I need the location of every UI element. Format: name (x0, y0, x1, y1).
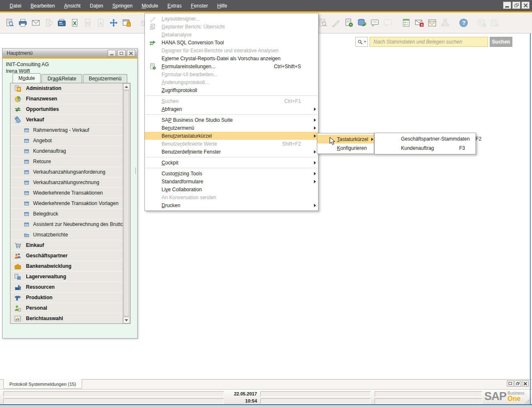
tab-benutzermen-[interactable]: Benutzermenü (83, 74, 127, 83)
menu-item[interactable]: Live Collaboration (145, 185, 318, 193)
scroll-up-button[interactable] (123, 83, 130, 90)
menu-item[interactable]: Benutzermenü (145, 124, 318, 132)
menu-item-shortcut: F3 (459, 145, 465, 151)
send-fax-button[interactable] (56, 17, 67, 28)
sap-mailbox-button[interactable] (414, 17, 425, 28)
module-subitem[interactable]: Umsatzberichte (10, 230, 123, 240)
menubar-item-daten[interactable]: Daten (85, 0, 108, 11)
menubar-item-module[interactable]: Module (137, 0, 163, 11)
module-item[interactable]: Geschäftspartner (10, 251, 123, 261)
module-item[interactable]: Einkauf (10, 240, 123, 251)
module-subitem[interactable]: Rahmenvertrag - Verkauf (10, 125, 123, 136)
search-button[interactable]: Suchen (490, 37, 512, 47)
close-button[interactable] (522, 2, 529, 9)
global-search-input[interactable] (370, 37, 488, 47)
module-item[interactable]: Administration (10, 83, 123, 94)
help-button[interactable] (458, 17, 469, 28)
menu-item[interactable]: Drucken (145, 201, 318, 209)
module-subitem[interactable]: Assistent zur Neuberechnung des Bruttoge… (10, 219, 123, 230)
maximize-button[interactable] (507, 380, 514, 387)
menu-item[interactable]: HANA SQL Conversion Tool (145, 38, 318, 46)
menu-item[interactable]: Abfragen (145, 105, 318, 113)
menubar-item-springen[interactable]: Springen (108, 0, 137, 11)
extras-menu: Layoutdesigner...Geplanter Bericht: Über… (144, 13, 319, 211)
export-excel-button[interactable] (69, 17, 80, 28)
scroll-down-button[interactable] (123, 317, 130, 323)
module-item[interactable]: Ressourcen (10, 282, 123, 293)
module-subitem[interactable]: Retoure (10, 157, 123, 167)
launch-application-button[interactable] (108, 17, 119, 28)
scheduled-tasks-button[interactable] (401, 17, 412, 28)
module-item[interactable]: Berichtauswahl (10, 313, 123, 323)
send-email-icon (31, 18, 40, 27)
module-subitem[interactable]: Wiederkehrende Transaktionen (10, 188, 123, 198)
menu-item[interactable]: Benutzerdefinierte Fenster (145, 148, 318, 156)
module-subitem[interactable]: Verkaufsanzahlungsanforderung (10, 167, 123, 177)
lock-screen-button[interactable] (121, 17, 132, 28)
system-messages-log-tab[interactable]: Protokoll Systemmeldungen (15) (3, 379, 82, 389)
menu-item[interactable]: Standardformulare (145, 177, 318, 185)
hauptmenu-window: Hauptmenü INIT-Consulting AG Irena Wölfl… (2, 48, 138, 339)
menu-item[interactable]: Konfigurieren (317, 144, 374, 152)
menu-item-label: Benutzerdefinierte Fenster (162, 149, 311, 155)
module-subitem[interactable]: Kundenauftrag (10, 146, 123, 157)
module-item[interactable]: Personal (10, 303, 123, 313)
module-subitem[interactable]: Verkaufsanzahlungsrechnung (10, 177, 123, 188)
query-manager-button[interactable] (356, 17, 368, 28)
print-button[interactable] (17, 17, 28, 28)
menu-item-label: Änderungsprotokoll... (162, 80, 311, 85)
menu-item[interactable]: Formulareinstellungen...Ctrl+Shift+S (145, 62, 318, 70)
calendar-button[interactable] (427, 17, 438, 28)
menu-item[interactable]: Geschäftspartner-StammdatenF2 (375, 134, 475, 144)
close-button[interactable] (127, 50, 135, 56)
messages-overview-button[interactable] (369, 17, 380, 28)
tab-drag-relate[interactable]: Drag&Relate (41, 74, 82, 83)
menu-item[interactable]: SAP Business One Studio Suite (145, 116, 318, 124)
print-preview-button[interactable] (4, 17, 15, 28)
item-label: Geschäftspartner (26, 253, 67, 259)
menubar-item-fenster[interactable]: Fenster (186, 0, 213, 11)
scrollbar-thumb[interactable] (123, 90, 129, 316)
menubar-item-ansicht[interactable]: Ansicht (59, 0, 85, 11)
menu-item[interactable]: Externe Crystal-Reports-Datei als Vorsch… (145, 54, 318, 62)
submenu-arrow-icon (311, 126, 316, 130)
module-subitem[interactable]: Angebot (10, 136, 123, 146)
minimize-button[interactable] (503, 2, 511, 9)
module-item[interactable]: Lagerverwaltung (10, 272, 123, 282)
sap-mailbox-icon (415, 18, 424, 27)
menubar-item-datei[interactable]: Datei (5, 0, 26, 11)
tab-module[interactable]: Module (13, 73, 41, 83)
module-subitem[interactable]: Wiederkehrende Transaktion Vorlagen (10, 198, 123, 209)
module-item[interactable]: Opportunities (10, 104, 123, 115)
scrollbar[interactable] (123, 83, 130, 323)
lager-icon (14, 273, 21, 280)
close-button[interactable] (522, 380, 529, 387)
module-item[interactable]: Bankenabwicklung (10, 261, 123, 272)
maximize-button[interactable] (117, 50, 126, 56)
send-email-button[interactable] (30, 17, 41, 28)
menu-item[interactable]: Customizing Tools (145, 169, 318, 177)
menu-item[interactable]: Benutzertastaturkürzel (145, 132, 318, 140)
form-settings-button[interactable] (343, 17, 355, 28)
menu-item[interactable]: Tastaturkürzel (317, 135, 374, 144)
module-item[interactable]: Verkauf (10, 115, 123, 125)
menubar-item-hilfe[interactable]: Hilfe (213, 0, 232, 11)
window-resize-handle[interactable] (135, 167, 137, 174)
menu-item-shortcut: Ctrl+Shift+S (274, 64, 301, 69)
menu-item-label: Externe Crystal-Reports-Datei als Vorsch… (162, 56, 311, 62)
search-type-button[interactable] (355, 37, 368, 47)
window-icon (24, 201, 29, 206)
menu-item[interactable]: KundenauftragF3 (375, 144, 475, 153)
minimize-button[interactable] (108, 50, 116, 56)
menubar-item-extras[interactable]: Extras (163, 0, 186, 11)
module-subitem[interactable]: Belegdruck (10, 209, 123, 219)
restore-button[interactable] (512, 2, 520, 9)
menu-item-label: Suchen (162, 98, 278, 104)
menu-item[interactable]: Cockpit (145, 159, 318, 167)
menu-item[interactable]: Zugriffsprotokoll (145, 86, 318, 94)
restore-button[interactable] (514, 380, 521, 387)
menubar-item-bearbeiten[interactable]: Bearbeiten (26, 0, 59, 11)
window-controls (503, 2, 529, 9)
module-item[interactable]: Finanzwesen (10, 94, 123, 104)
module-item[interactable]: Produktion (10, 293, 123, 303)
